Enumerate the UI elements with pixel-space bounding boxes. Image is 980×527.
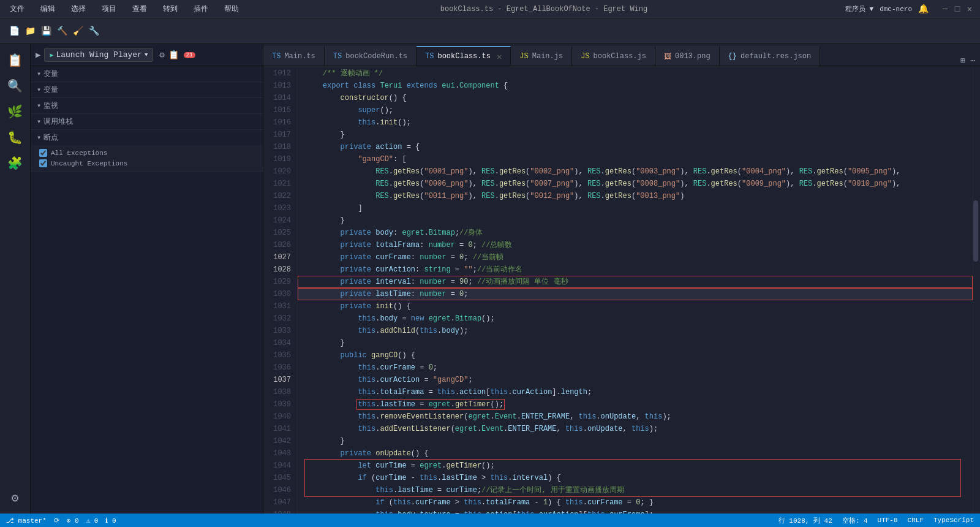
code-line-1041: private onUpdate() { (298, 447, 973, 460)
line-ending[interactable]: CRLF (908, 517, 924, 524)
ts-icon-2: TS (333, 52, 342, 61)
minimize-button[interactable]: ─ (941, 5, 949, 13)
menu-help[interactable]: 帮助 (221, 4, 243, 14)
encoding[interactable]: UTF-8 (878, 517, 898, 524)
monitor-header[interactable]: ▾ 监视 (31, 98, 263, 113)
clean-icon[interactable]: 🧹 (71, 25, 85, 38)
watch-label: 变量 (43, 85, 58, 95)
code-line-1031: this.addChild(this.body); (298, 325, 973, 337)
tab-main-ts[interactable]: TS Main.ts (263, 46, 325, 66)
code-line-1021: ] (298, 202, 973, 214)
tabs-right-icons: ⊞ ⋯ (956, 56, 980, 66)
js-icon: JS (519, 52, 528, 61)
tab-0013-png[interactable]: 🖼 0013.png (655, 46, 720, 66)
code-line-1027: private interval: number = 90; //动画播放间隔 … (298, 276, 973, 288)
menu-goto[interactable]: 转到 (159, 4, 181, 14)
notification-badge: 21 (184, 52, 195, 58)
tab-default-res-json-label: default.res.json (741, 52, 811, 61)
scroll-thumb (973, 200, 978, 262)
settings-icon[interactable]: 🔧 (87, 25, 100, 38)
tab-bookCodeRun-ts[interactable]: TS bookCodeRun.ts (325, 46, 417, 66)
debug-icon[interactable]: 🐛 (4, 126, 26, 148)
extensions-icon[interactable]: 🧩 (4, 152, 26, 174)
watch-header[interactable]: ▾ 变量 (31, 82, 263, 97)
vertical-scrollbar[interactable] (973, 66, 980, 514)
callstack-section: ▾ 调用堆栈 (31, 114, 263, 130)
tab-default-res-json[interactable]: {} default.res.json (720, 46, 821, 66)
variables-section: ▾ 变量 (31, 66, 263, 82)
tab-main-js[interactable]: JS Main.js (511, 46, 572, 66)
menu-project[interactable]: 项目 (98, 4, 120, 14)
git-branch-status[interactable]: ⎇ master* (6, 517, 47, 525)
callstack-header[interactable]: ▾ 调用堆栈 (31, 114, 263, 129)
watch-section: ▾ 变量 (31, 82, 263, 98)
toolbar: 📄 📁 💾 🔨 🧹 🔧 (0, 18, 980, 44)
code-line-1029: private init() { (298, 300, 973, 313)
tab-bookClass-js[interactable]: JS bookClass.js (572, 46, 655, 66)
breakpoints-arrow: ▾ (37, 133, 41, 142)
search-icon[interactable]: 🔍 (4, 75, 26, 97)
code-line-1046: this.body.texture = this.action[this.cur… (298, 509, 973, 514)
breakpoints-header[interactable]: ▾ 断点 (31, 130, 263, 145)
settings-activity-icon[interactable]: ⚙ (4, 487, 26, 509)
tabs-bar: TS Main.ts TS bookCodeRun.ts TS bookClas… (263, 44, 980, 66)
indent-size[interactable]: 空格: 4 (842, 516, 868, 525)
json-icon: {} (728, 52, 737, 61)
open-file-icon[interactable]: 📁 (23, 25, 37, 38)
code-line-1026: private curAction: string = "";//当前动作名 (298, 264, 973, 276)
code-line-1033: public gangCD() { (298, 349, 973, 362)
code-editor: 1012 1013 1014 1015 1016 1017 1018 1019 … (263, 66, 980, 514)
menu-bar-items: 文件 编辑 选择 项目 查看 转到 插件 帮助 (6, 4, 243, 14)
callstack-arrow: ▾ (37, 117, 41, 126)
dropdown-icon: ▼ (145, 52, 148, 58)
cursor-position[interactable]: 行 1028, 列 42 (778, 516, 832, 525)
window-controls: ─ □ ✕ (941, 5, 974, 13)
sync-icon[interactable]: ⟳ (54, 517, 59, 525)
menu-select[interactable]: 选择 (67, 4, 89, 14)
user-role: 程序员 ▼ (845, 4, 873, 13)
toolbar-icons: 📄 📁 💾 🔨 🧹 🔧 (7, 25, 100, 38)
code-line-1020b: RES.getRes("0006_png"), RES.getRes("0007… (298, 178, 973, 190)
code-line-1032: } (298, 337, 973, 349)
build-icon[interactable]: 🔨 (55, 25, 69, 38)
code-line-1013: export class Terui extends eui.Component… (298, 80, 973, 92)
explorer-icon[interactable]: 📋 (4, 49, 26, 71)
error-count: ⊗ 0 (67, 517, 79, 525)
png-icon: 🖼 (664, 52, 671, 61)
language-mode[interactable]: TypeScript (933, 517, 974, 524)
gear-icon[interactable]: ⚙ (159, 50, 164, 60)
tab-close-icon[interactable]: ✕ (497, 51, 502, 62)
code-line-1015: super(); (298, 104, 973, 116)
uncaught-exceptions-checkbox[interactable] (39, 159, 47, 167)
tab-bookClass-js-label: bookClass.js (594, 52, 646, 61)
code-line-1025: private curFrame: number = 0; //当前帧 (298, 251, 973, 264)
sidebar: ▶ ▶ Launch Wing Player ▼ ⚙ 📋 21 ▾ 变量 ▾ 变… (31, 44, 263, 514)
debug-continue-icon[interactable]: ▶ (36, 50, 40, 60)
open-editor-icon[interactable]: 📋 (168, 50, 179, 60)
more-actions-icon[interactable]: ⋯ (970, 56, 975, 66)
code-line-1044: this.lastTime = curTime;//记录上一个时间, 用于重置动… (305, 484, 960, 496)
tab-bookClass-ts[interactable]: TS bookClass.ts ✕ (417, 46, 511, 66)
code-line-1030: this.body = new egret.Bitmap(); (298, 313, 973, 325)
save-all-icon[interactable]: 💾 (39, 25, 53, 38)
close-button[interactable]: ✕ (965, 5, 974, 13)
variables-header[interactable]: ▾ 变量 (31, 66, 263, 82)
menu-view[interactable]: 查看 (129, 4, 151, 14)
activity-bar: 📋 🔍 🌿 🐛 🧩 ⚙ (0, 44, 31, 514)
notification-icon[interactable]: 🔔 (918, 4, 929, 14)
code-line-1018: private action = { (298, 141, 973, 153)
split-editor-icon[interactable]: ⊞ (960, 56, 965, 66)
launch-wing-player-button[interactable]: ▶ Launch Wing Player ▼ (44, 48, 153, 62)
menu-file[interactable]: 文件 (6, 4, 28, 14)
code-lines: /** 逐帧动画 */ export class Terui extends e… (298, 66, 973, 514)
ts-icon-3: TS (425, 52, 434, 61)
code-line-1017: } (298, 129, 973, 141)
new-file-icon[interactable]: 📄 (7, 25, 21, 38)
menu-edit[interactable]: 编辑 (37, 4, 59, 14)
tab-0013-png-label: 0013.png (675, 52, 710, 61)
git-icon[interactable]: 🌿 (4, 100, 26, 123)
menu-plugin[interactable]: 插件 (190, 4, 212, 14)
maximize-button[interactable]: □ (953, 5, 962, 13)
all-exceptions-checkbox[interactable] (39, 149, 47, 157)
info-count: ℹ 0 (105, 517, 116, 525)
